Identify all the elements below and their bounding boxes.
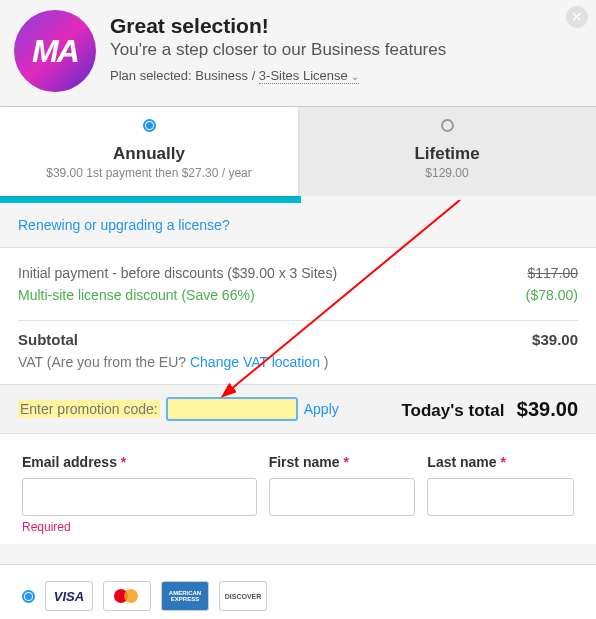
mastercard-icon — [103, 581, 151, 611]
payment-radio-card[interactable] — [22, 590, 35, 603]
tab-title: Annually — [0, 144, 298, 164]
subtotal-amount: $39.00 — [532, 331, 578, 348]
renew-upgrade-link[interactable]: Renewing or upgrading a license? — [18, 217, 230, 233]
discover-icon: DISCOVER — [219, 581, 267, 611]
modal-header: MA Great selection! You're a step closer… — [0, 0, 596, 106]
form-row: Email address * Required First name * La… — [0, 434, 596, 544]
firstname-input[interactable] — [269, 478, 416, 516]
tab-sub: $39.00 1st payment then $27.30 / year — [0, 166, 298, 180]
apply-button[interactable]: Apply — [304, 401, 339, 417]
amex-icon: AMERICAN EXPRESS — [161, 581, 209, 611]
header-title: Great selection! — [110, 14, 446, 38]
required-error: Required — [22, 520, 257, 534]
discount-row: Multi-site license discount (Save 66%) (… — [18, 284, 578, 306]
chevron-down-icon: ⌄ — [351, 71, 359, 82]
discount-amount: ($78.00) — [526, 287, 578, 303]
tab-sub: $129.00 — [298, 166, 596, 180]
promo-code-input[interactable] — [166, 397, 298, 421]
renew-upgrade-row: Renewing or upgrading a license? — [0, 203, 596, 247]
vat-row: VAT (Are you from the EU? Change VAT loc… — [18, 354, 578, 384]
tab-annually[interactable]: Annually $39.00 1st payment then $27.30 … — [0, 107, 298, 196]
close-icon: ✕ — [571, 9, 583, 25]
plan-select-dropdown[interactable]: 3-Sites License ⌄ — [259, 68, 360, 84]
promo-row: Enter promotion code: Apply Today's tota… — [0, 384, 596, 434]
plan-selected-line: Plan selected: Business / 3-Sites Licens… — [110, 68, 446, 83]
payment-method-row: VISA AMERICAN EXPRESS DISCOVER — [0, 564, 596, 619]
divider — [18, 320, 578, 321]
todays-total-label: Today's total — [401, 401, 504, 420]
billing-tabs: Annually $39.00 1st payment then $27.30 … — [0, 106, 596, 196]
email-field-group: Email address * Required — [22, 454, 257, 534]
close-button[interactable]: ✕ — [566, 6, 588, 28]
promo-label: Enter promotion code: — [18, 400, 160, 418]
tab-title: Lifetime — [298, 144, 596, 164]
lastname-input[interactable] — [427, 478, 574, 516]
lastname-field-group: Last name * — [427, 454, 574, 534]
initial-amount: $117.00 — [527, 265, 578, 281]
todays-total-amount: $39.00 — [517, 398, 578, 420]
header-subtitle: You're a step closer to our Business fea… — [110, 40, 446, 60]
radio-lifetime[interactable] — [441, 119, 454, 132]
initial-payment-row: Initial payment - before discounts ($39.… — [18, 262, 578, 284]
change-vat-link[interactable]: Change VAT location — [190, 354, 320, 370]
email-input[interactable] — [22, 478, 257, 516]
firstname-field-group: First name * — [269, 454, 416, 534]
subtotal-row: Subtotal $39.00 — [18, 331, 578, 348]
radio-annually[interactable] — [143, 119, 156, 132]
brand-logo: MA — [14, 10, 96, 92]
price-summary: Initial payment - before discounts ($39.… — [0, 247, 596, 384]
logo-text: MA — [32, 33, 78, 70]
tab-lifetime[interactable]: Lifetime $129.00 — [298, 107, 596, 196]
visa-icon: VISA — [45, 581, 93, 611]
progress-bar — [0, 196, 301, 203]
